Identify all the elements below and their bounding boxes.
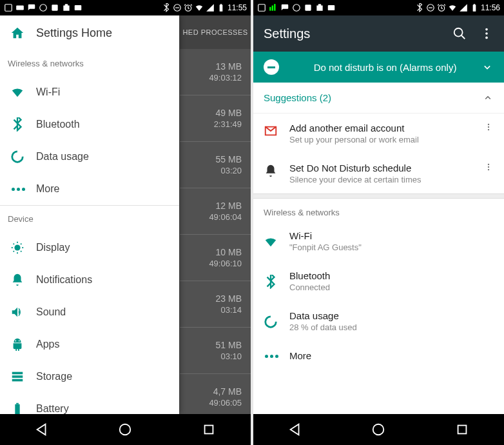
process-row[interactable]: 49 MB2:31:49 [180,95,251,142]
drawer-data-usage[interactable]: Data usage [0,141,179,173]
suggestions-header[interactable]: Suggestions (2) [253,83,504,114]
bluetooth-icon [10,117,36,132]
dnd-icon [173,3,182,12]
svg-rect-27 [328,5,335,10]
svg-point-39 [488,126,489,128]
drawer-display[interactable]: Display [0,232,179,264]
alarm-icon [184,3,193,12]
drawer-home[interactable]: Settings Home [0,15,179,50]
svg-rect-8 [220,5,223,11]
process-row[interactable]: 51 MB03:10 [180,328,251,374]
home-button[interactable] [371,422,385,437]
android-icon [10,337,36,351]
signal-icon [206,3,215,12]
bluetooth-icon [264,273,289,289]
app-icon [280,3,289,12]
svg-point-19 [120,424,131,435]
back-button[interactable] [35,422,49,437]
app-bar: Settings [253,15,504,52]
svg-point-36 [485,32,488,35]
svg-point-45 [373,424,384,435]
drawer-battery[interactable]: Battery [0,393,179,414]
app-icon [269,3,278,12]
suggestion-dnd[interactable]: Set Do Not Disturb scheduleSilence your … [253,153,504,193]
svg-point-41 [488,164,489,165]
drawer-wifi[interactable]: Wi-Fi [0,76,179,108]
section-gap [253,193,504,199]
svg-point-13 [19,341,20,342]
process-row[interactable]: 23 MB03:14 [180,281,251,328]
clock: 11:56 [481,3,500,12]
svg-point-2 [40,5,47,12]
section-wireless: Wireless & networks [0,50,179,76]
process-row[interactable]: 13 MB49:03:12 [180,49,251,95]
cached-processes-tab[interactable]: HED PROCESSES [180,15,251,49]
phone-left: 11:55 HED PROCESSES 13 MB49:03:12 49 MB2… [0,0,251,445]
drawer-sound[interactable]: Sound [0,296,179,328]
wifi-icon [264,233,289,249]
process-row[interactable]: 55 MB03:20 [180,142,251,188]
settings-list[interactable]: Suggestions (2) Add another email accoun… [253,83,504,414]
dnd-banner[interactable]: Do not disturb is on (Alarms only) [253,52,504,83]
status-bar: 11:56 [253,0,504,15]
svg-rect-17 [15,404,19,414]
dnd-circle-icon [264,59,279,75]
more-icon [264,353,289,358]
battery-icon [10,402,36,414]
svg-rect-16 [12,379,23,382]
battery-icon [217,3,226,12]
setting-wifi[interactable]: Wi-Fi"Fonpit AG Guests" [253,221,504,261]
process-row[interactable]: 12 MB49:06:04 [180,188,251,235]
app-icon [257,3,266,12]
svg-rect-0 [5,5,12,12]
drawer-more[interactable]: More [0,173,179,205]
drawer-apps[interactable]: Apps [0,328,179,361]
svg-rect-1 [16,6,24,10]
drawer-bluetooth[interactable]: Bluetooth [0,108,179,141]
storage-icon [10,370,36,384]
app-icon [4,3,13,12]
app-icon [27,3,36,12]
dnd-text: Do not disturb is on (Alarms only) [289,62,481,73]
drawer-storage[interactable]: Storage [0,361,179,393]
setting-data-usage[interactable]: Data usage28 % of data used [253,301,504,341]
svg-point-42 [488,166,489,168]
recent-button[interactable] [455,422,469,437]
suggestion-email[interactable]: Add another email accountSet up your per… [253,114,504,153]
nav-bar [253,414,504,445]
svg-point-33 [454,28,463,37]
app-icon [327,3,336,12]
app-icon [304,3,313,12]
search-icon[interactable] [452,26,467,41]
app-icon [50,3,59,12]
overflow-icon[interactable] [480,26,494,41]
svg-point-25 [293,5,300,12]
svg-point-38 [488,124,489,125]
process-row[interactable]: 10 MB49:06:10 [180,235,251,281]
suggestion-more-icon[interactable] [483,163,494,184]
recent-button[interactable] [202,422,216,437]
svg-rect-22 [269,7,271,11]
nav-drawer: Settings Home Wireless & networks Wi-Fi … [0,15,179,414]
svg-point-43 [488,169,489,170]
svg-rect-23 [272,6,273,11]
process-list: 13 MB49:03:12 49 MB2:31:49 55 MB03:20 12… [180,49,251,414]
wifi-icon [448,3,457,12]
svg-rect-15 [12,375,23,378]
nav-bar [0,414,251,445]
suggestion-more-icon[interactable] [483,123,494,144]
svg-rect-14 [12,372,23,375]
svg-line-34 [461,35,465,39]
bluetooth-icon [415,3,424,12]
home-button[interactable] [118,422,132,437]
setting-bluetooth[interactable]: BluetoothConnected [253,261,504,301]
setting-more[interactable]: More [253,341,504,370]
drawer-notifications[interactable]: Notifications [0,264,179,296]
bell-icon [10,273,36,287]
back-button[interactable] [288,422,302,437]
bell-icon [264,163,289,184]
display-icon [10,241,36,255]
svg-rect-26 [305,5,311,10]
svg-rect-31 [473,5,476,11]
app-icon [292,3,301,12]
